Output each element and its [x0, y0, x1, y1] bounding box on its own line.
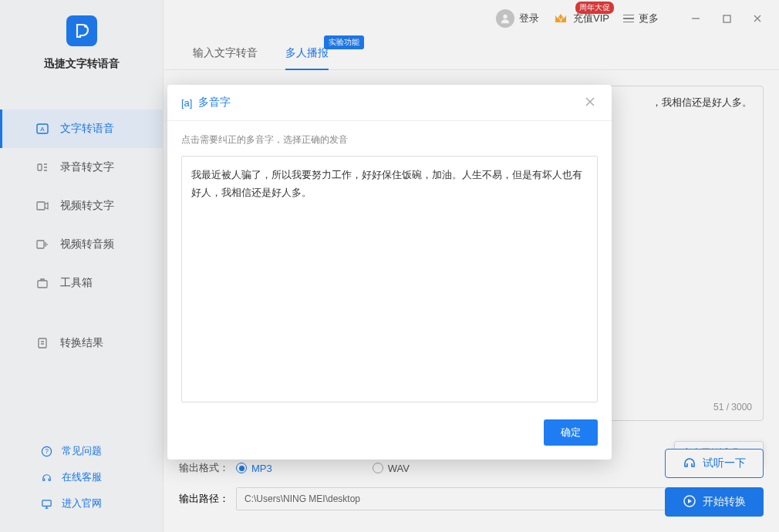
- polyphone-textarea[interactable]: [181, 156, 598, 402]
- modal-overlay: [a] 多音字 点击需要纠正的多音字，选择正确的发音 确定: [0, 0, 779, 532]
- modal-title: [a] 多音字: [181, 96, 231, 109]
- modal-body: 点击需要纠正的多音字，选择正确的发音: [167, 121, 612, 419]
- confirm-button[interactable]: 确定: [544, 419, 598, 446]
- a-bracket-icon: [a]: [181, 97, 192, 109]
- modal-hint: 点击需要纠正的多音字，选择正确的发音: [181, 133, 598, 146]
- modal-close-button[interactable]: [584, 96, 598, 109]
- polyphone-modal: [a] 多音字 点击需要纠正的多音字，选择正确的发音 确定: [167, 85, 612, 460]
- modal-title-text: 多音字: [198, 96, 231, 109]
- modal-footer: 确定: [167, 419, 612, 460]
- modal-header: [a] 多音字: [167, 85, 612, 121]
